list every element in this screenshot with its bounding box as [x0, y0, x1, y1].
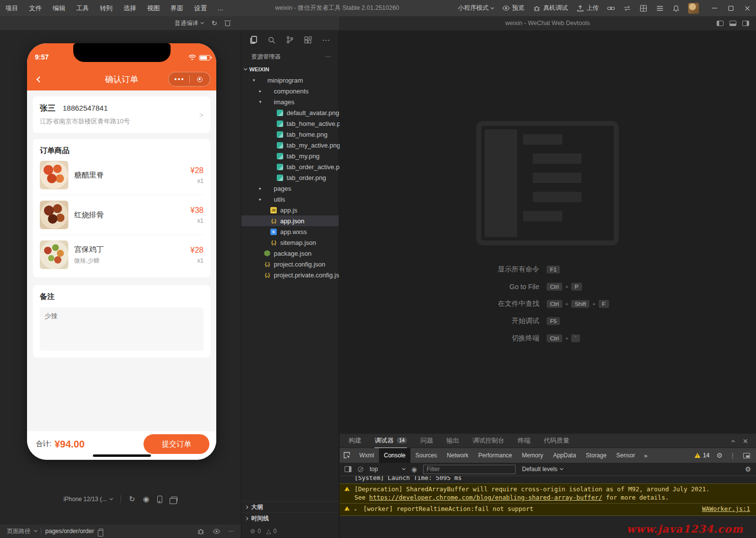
debug-tab[interactable]: 代码质量 [544, 434, 569, 448]
toggle-bottom-panel-icon[interactable] [729, 21, 736, 26]
tree-row[interactable]: tab_my.png [241, 150, 339, 161]
device-select[interactable]: iPhone 12/13 (... [63, 496, 113, 503]
tree-row[interactable]: S app.wxss [241, 226, 339, 237]
goods-item[interactable]: 红烧排骨 ¥38 x1 [40, 195, 204, 235]
search-icon[interactable] [267, 36, 275, 44]
log-levels-select[interactable]: Default levels [522, 466, 563, 473]
tree-row[interactable]: tab_order.png [241, 172, 339, 183]
window-close-button[interactable] [739, 0, 756, 16]
tree-row[interactable]: tab_home.png [241, 129, 339, 140]
page-path[interactable]: pages/order/order [45, 528, 94, 535]
window-minimize-button[interactable] [706, 0, 723, 16]
window-maximize-button[interactable] [723, 0, 739, 16]
hamburger-icon[interactable] [656, 4, 664, 12]
bug-icon[interactable] [197, 527, 204, 535]
sync-icon[interactable] [623, 4, 631, 12]
create-live-expression-icon[interactable]: ◉ [411, 466, 417, 473]
js-context-select[interactable]: top [370, 466, 405, 473]
menu-item[interactable]: ... [212, 0, 229, 16]
multi-window-icon[interactable] [171, 497, 177, 502]
tree-row[interactable]: ▸ pages [241, 183, 339, 194]
back-button[interactable] [32, 72, 47, 87]
console-message[interactable]: ▸ [worker] reportRealtimeAction:fail not… [340, 504, 756, 516]
debug-tab[interactable]: 调试控制台 [472, 434, 504, 448]
close-minibar-icon[interactable] [190, 77, 210, 82]
close-panel-icon[interactable] [743, 439, 748, 444]
menu-item[interactable]: 编辑 [47, 0, 71, 16]
tree-row[interactable]: default_avatar.png [241, 107, 339, 118]
tree-row[interactable]: {..} sitemap.json [241, 237, 339, 248]
menu-item[interactable]: 视图 [142, 0, 165, 16]
extensions-icon[interactable] [304, 36, 312, 44]
devtools-tab[interactable]: Sources [410, 448, 442, 463]
more-icon[interactable]: ⋯ [228, 528, 234, 535]
devtools-tab[interactable]: Memory [517, 448, 548, 463]
copy-path-icon[interactable] [99, 529, 103, 534]
layout-grid-icon[interactable] [640, 4, 647, 12]
mode-select[interactable]: 小程序模式 [458, 4, 494, 12]
clear-console-icon[interactable] [358, 467, 363, 472]
toggle-right-panel-icon[interactable] [742, 21, 749, 26]
devtools-tab[interactable]: Console [379, 448, 410, 463]
menu-item[interactable]: 转到 [94, 0, 118, 16]
real-device-debug-button[interactable]: 真机调试 [533, 4, 568, 12]
tree-row[interactable]: JS app.js [241, 205, 339, 215]
devtools-tab[interactable]: AppData [548, 448, 581, 463]
clear-cache-icon[interactable] [225, 22, 230, 26]
console-filter-input[interactable] [423, 465, 516, 474]
tree-row[interactable]: ▸ utils [241, 194, 339, 205]
dock-side-icon[interactable] [743, 453, 750, 458]
explorer-more-icon[interactable]: ⋯ [325, 53, 332, 60]
tree-row[interactable]: {..} project.private.config.js... [241, 269, 339, 280]
kebab-menu-icon[interactable]: ⋮ [729, 452, 736, 459]
debug-tab[interactable]: 调试器 14 [375, 434, 407, 448]
menu-item[interactable]: 项目 [0, 0, 24, 16]
miniprogram-capsule[interactable] [168, 72, 210, 87]
tree-row[interactable]: ▸ components [241, 86, 339, 96]
menu-item[interactable]: 选择 [118, 0, 142, 16]
more-tabs-icon[interactable]: » [640, 452, 651, 459]
collapse-panel-icon[interactable] [731, 440, 735, 444]
more-menu-icon[interactable] [169, 78, 189, 80]
device-frame-icon[interactable] [157, 496, 162, 503]
menu-item[interactable]: 设置 [189, 0, 212, 16]
devtools-settings-icon[interactable]: ⚙ [716, 451, 723, 459]
path-mode-label[interactable]: 页面路径 [7, 527, 30, 536]
debug-tab[interactable]: 构建 [349, 434, 361, 448]
expand-icon[interactable]: ▸ [354, 507, 357, 512]
timeline-section[interactable]: 时间线 [241, 512, 339, 524]
address-card[interactable]: 张三 18862547841 江苏省南京市鼓楼区青年路10号 > [33, 96, 210, 133]
toggle-left-panel-icon[interactable] [717, 21, 724, 26]
tree-row[interactable]: tab_my_active.png [241, 140, 339, 150]
menu-item[interactable]: 工具 [71, 0, 94, 16]
devtools-tab[interactable]: Storage [581, 448, 611, 463]
preview-button[interactable]: 预览 [502, 4, 524, 12]
project-root-row[interactable]: WEIXIN [241, 64, 339, 75]
tree-row[interactable]: ▾ miniprogram [241, 75, 339, 86]
tree-row[interactable]: {..} app.json [241, 215, 339, 226]
tree-row[interactable]: ▾ images [241, 96, 339, 107]
inspect-element-icon[interactable] [340, 451, 354, 459]
debug-tab[interactable]: 输出 [446, 434, 459, 448]
console-settings-icon[interactable]: ⚙ [745, 465, 751, 473]
outline-section[interactable]: 大纲 [241, 501, 339, 512]
debug-tab[interactable]: 终端 [518, 434, 530, 448]
goods-item[interactable]: 糖醋里脊 ¥28 x1 [40, 155, 204, 195]
tree-row[interactable]: package.json [241, 248, 339, 259]
submit-order-button[interactable]: 提交订单 [144, 434, 209, 454]
link-icon[interactable] [607, 4, 615, 12]
console-warning-counter[interactable]: 14 [695, 452, 709, 459]
devtools-tab[interactable]: Network [442, 448, 473, 463]
bell-icon[interactable] [672, 4, 680, 12]
activity-more-icon[interactable]: ⋯ [322, 35, 330, 45]
avatar[interactable] [688, 3, 699, 14]
menu-item[interactable]: 界面 [165, 0, 189, 16]
refresh-icon[interactable]: ↻ [211, 19, 217, 27]
tree-row[interactable]: {..} project.config.json [241, 259, 339, 269]
goods-item[interactable]: 宫保鸡丁 微辣,少糖 ¥28 x1 [40, 235, 204, 274]
console-message[interactable]: [System] Launch Time: 5095 ms [340, 476, 756, 483]
upload-button[interactable]: 上传 [576, 4, 599, 12]
console-sidebar-icon[interactable] [345, 466, 351, 472]
eye-icon[interactable] [212, 527, 220, 535]
menu-item[interactable]: 文件 [24, 0, 47, 16]
